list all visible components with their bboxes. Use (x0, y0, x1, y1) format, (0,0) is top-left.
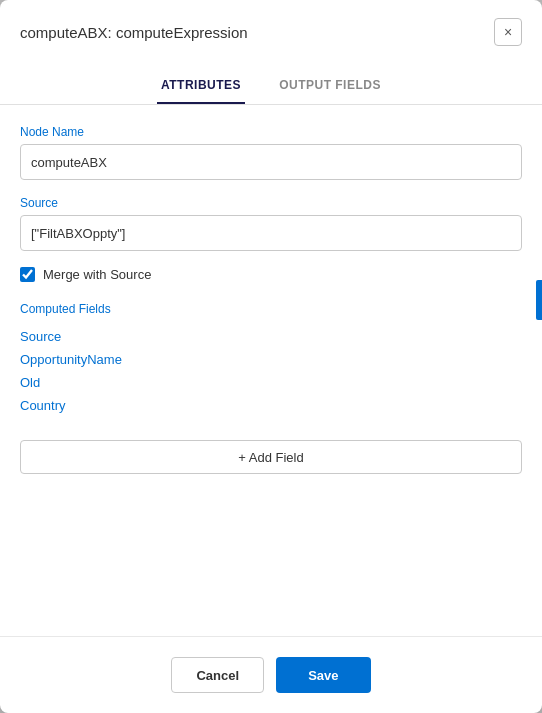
source-label: Source (20, 196, 522, 210)
node-name-input[interactable] (20, 144, 522, 180)
computed-fields-list: Source OpportunityName Old Country (20, 326, 522, 416)
merge-checkbox[interactable] (20, 267, 35, 282)
right-accent-bar (536, 280, 542, 320)
add-field-button[interactable]: + Add Field (20, 440, 522, 474)
list-item[interactable]: OpportunityName (20, 349, 522, 370)
list-item[interactable]: Old (20, 372, 522, 393)
close-icon: × (504, 24, 512, 40)
merge-label: Merge with Source (43, 267, 151, 282)
node-name-group: Node Name (20, 125, 522, 180)
computed-fields-section: Computed Fields Source OpportunityName O… (20, 302, 522, 432)
dialog-footer: Cancel Save (0, 636, 542, 713)
list-item[interactable]: Source (20, 326, 522, 347)
dialog-title: computeABX: computeExpression (20, 24, 248, 41)
tab-attributes[interactable]: ATTRIBUTES (157, 70, 245, 104)
list-item[interactable]: Country (20, 395, 522, 416)
dialog-body: Node Name Source Merge with Source Compu… (0, 105, 542, 636)
dialog-header: computeABX: computeExpression × (0, 0, 542, 60)
source-input[interactable] (20, 215, 522, 251)
tabs-container: ATTRIBUTES OUTPUT FIELDS (0, 60, 542, 105)
source-group: Source (20, 196, 522, 251)
node-name-label: Node Name (20, 125, 522, 139)
close-button[interactable]: × (494, 18, 522, 46)
tab-output-fields[interactable]: OUTPUT FIELDS (275, 70, 385, 104)
cancel-button[interactable]: Cancel (171, 657, 264, 693)
merge-checkbox-row: Merge with Source (20, 267, 522, 282)
computed-fields-title: Computed Fields (20, 302, 522, 316)
save-button[interactable]: Save (276, 657, 370, 693)
dialog: computeABX: computeExpression × ATTRIBUT… (0, 0, 542, 713)
